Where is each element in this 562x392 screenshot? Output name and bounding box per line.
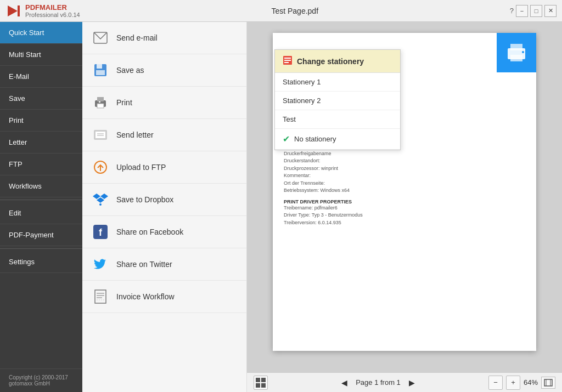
preview-content: ↖ Datenformat: RAW Druckerfreigabename D…: [247, 22, 562, 372]
qs-label-send-letter: Send letter: [116, 130, 154, 139]
sidebar-divider-2: [0, 248, 82, 249]
file-title: Test Page.pdf: [271, 7, 318, 15]
zoom-in-button[interactable]: +: [506, 376, 520, 390]
titlebar-left: PDFMAILER Professional v6.0.14: [5, 3, 80, 19]
zoom-out-button[interactable]: −: [488, 376, 503, 390]
qs-label-send-email: Send e-mail: [116, 33, 158, 42]
svg-point-19: [99, 203, 102, 206]
sidebar-item-workflows[interactable]: Workflows: [0, 175, 82, 197]
close-button[interactable]: ✕: [544, 5, 557, 17]
sidebar-item-email[interactable]: E-Mail: [0, 66, 82, 88]
ftp-icon: [92, 159, 109, 175]
sidebar-divider: [0, 200, 82, 200]
app-name: PDFMAILER: [25, 3, 80, 12]
sidebar-item-print[interactable]: Print: [0, 110, 82, 132]
twitter-icon: [92, 256, 109, 272]
footer-line1: Copyright (c) 2000-2017: [9, 374, 74, 380]
pdf-line5: Kommentar:: [284, 172, 525, 180]
svg-marker-17: [100, 194, 108, 199]
sidebar-item-edit[interactable]: Edit: [0, 202, 82, 224]
sidebar-item-settings[interactable]: Settings: [0, 251, 82, 273]
dropdown-item-no-stationery[interactable]: ✔ No stationery: [275, 129, 400, 150]
page-info: Page 1 from 1: [356, 378, 401, 387]
pdf-line4: Druckprozessor: winprint: [284, 165, 525, 173]
facebook-icon: f: [92, 224, 109, 240]
pdf-print-icon: [497, 33, 536, 72]
pdf-line2: Druckerfreigabename: [284, 150, 525, 158]
svg-rect-32: [284, 58, 291, 59]
email-icon: [92, 30, 109, 46]
fit-page-button[interactable]: [541, 377, 555, 389]
qs-label-share-facebook: Share on Facebook: [116, 228, 183, 236]
svg-rect-35: [544, 379, 552, 386]
svg-text:f: f: [99, 227, 103, 238]
help-button[interactable]: ?: [510, 5, 514, 17]
svg-rect-1: [18, 5, 20, 16]
print-icon: [92, 94, 109, 111]
qs-label-upload-ftp: Upload to FTP: [116, 163, 166, 172]
qs-label-print: Print: [116, 98, 132, 107]
pdf-section-header: PRINT DRIVER PROPERTIES: [284, 199, 525, 204]
svg-marker-18: [97, 197, 104, 203]
svg-rect-34: [284, 62, 289, 63]
stationery2-label: Stationery 2: [283, 96, 321, 105]
change-stationery-dropdown: Change stationery Stationery 1 Stationer…: [274, 49, 401, 150]
minimize-button[interactable]: −: [516, 5, 528, 17]
invoice-icon: [92, 288, 109, 305]
maximize-button[interactable]: □: [530, 5, 542, 17]
qs-item-send-email[interactable]: Send e-mail: [82, 22, 246, 54]
qs-item-save-dropbox[interactable]: Save to Dropbox: [82, 184, 246, 216]
pdf-line7: Betriebssystem: Windows x64: [284, 187, 525, 195]
qs-item-share-twitter[interactable]: Share on Twitter: [82, 248, 246, 281]
next-page-button[interactable]: ▶: [406, 377, 418, 389]
stationery1-label: Stationery 1: [283, 78, 321, 86]
svg-rect-7: [97, 97, 104, 101]
svg-rect-22: [95, 290, 106, 303]
pdf-line6: Ort der Trennseite:: [284, 180, 525, 188]
pdf-prop2: Driver Type: Typ 3 - Benutzermodus: [284, 212, 525, 219]
dropdown-item-stationery1[interactable]: Stationery 1: [275, 73, 400, 92]
pdf-line3: Druckerstandort:: [284, 157, 525, 165]
prev-page-button[interactable]: ◀: [338, 377, 350, 389]
app-logo: [5, 3, 21, 19]
grid-view-button[interactable]: [254, 376, 268, 390]
titlebar: PDFMAILER Professional v6.0.14 Test Page…: [0, 0, 562, 22]
qs-label-save-as: Save as: [116, 66, 144, 75]
toolbar-right: − + 64%: [488, 376, 555, 390]
sidebar-item-multi-start[interactable]: Multi Start: [0, 44, 82, 66]
qs-item-invoice-workflow[interactable]: Invoice Workflow: [82, 281, 246, 313]
preview-toolbar: ◀ Page 1 from 1 ▶ − + 64%: [247, 372, 562, 392]
content-area: Send e-mail Save as: [82, 22, 562, 392]
svg-rect-11: [95, 132, 105, 138]
qs-item-share-facebook[interactable]: f Share on Facebook: [82, 216, 246, 248]
check-icon: ✔: [283, 134, 290, 144]
sidebar-item-save[interactable]: Save: [0, 88, 82, 110]
no-stationery-label: No stationery: [294, 135, 336, 143]
qs-item-send-letter[interactable]: Send letter: [82, 119, 246, 151]
qs-item-save-as[interactable]: Save as: [82, 54, 246, 87]
sidebar: Quick Start Multi Start E-Mail Save Prin…: [0, 22, 82, 392]
dropdown-item-stationery2[interactable]: Stationery 2: [275, 92, 400, 110]
stationery-icon: [283, 55, 293, 67]
dropdown-item-test[interactable]: Test: [275, 110, 400, 129]
grid-icon: [256, 378, 266, 388]
sidebar-item-quick-start[interactable]: Quick Start: [0, 22, 82, 44]
pdf-prop1: Treibername: pdfmailer6: [284, 204, 525, 212]
svg-rect-8: [97, 104, 104, 108]
pdf-content: Datenformat: RAW Druckerfreigabename Dru…: [284, 143, 525, 226]
svg-rect-28: [510, 44, 522, 50]
main-layout: Quick Start Multi Start E-Mail Save Prin…: [0, 22, 562, 392]
qs-item-print[interactable]: Print: [82, 87, 246, 119]
qs-item-upload-ftp[interactable]: Upload to FTP: [82, 151, 246, 184]
sidebar-item-ftp[interactable]: FTP: [0, 154, 82, 175]
letter-icon: [92, 127, 109, 143]
titlebar-appinfo: PDFMAILER Professional v6.0.14: [25, 3, 80, 18]
window-controls: ? − □ ✕: [510, 5, 557, 17]
svg-rect-33: [284, 60, 291, 61]
svg-rect-9: [99, 101, 100, 103]
qs-label-invoice-workflow: Invoice Workflow: [116, 292, 175, 301]
sidebar-item-letter[interactable]: Letter: [0, 132, 82, 154]
sidebar-item-pdf-payment[interactable]: PDF-Payment: [0, 224, 82, 246]
qs-label-share-twitter: Share on Twitter: [116, 260, 172, 269]
sidebar-footer: Copyright (c) 2000-2017 gotomaxx GmbH: [0, 368, 82, 392]
